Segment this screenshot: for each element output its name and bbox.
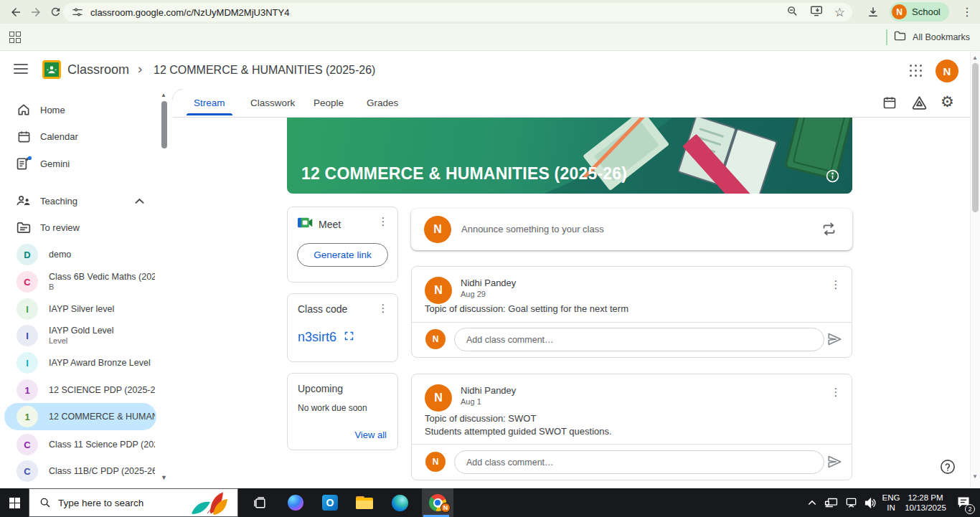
class-code-menu-icon[interactable]: ⋮ xyxy=(376,302,390,315)
meet-menu-icon[interactable]: ⋮ xyxy=(376,215,390,228)
sidebar-class-item[interactable]: 1 12 SCIENCE PDP (2025-26) xyxy=(4,376,156,404)
reload-icon[interactable] xyxy=(46,2,65,22)
breadcrumb-course-title[interactable]: 12 COMMERCE & HUMANITIES (2025-26) xyxy=(154,64,375,77)
upcoming-card: Upcoming No work due soon View all xyxy=(287,373,398,450)
file-explorer-icon[interactable] xyxy=(349,488,380,517)
bookmark-star-icon[interactable]: ☆ xyxy=(834,6,845,19)
settings-gear-icon[interactable]: ⚙ xyxy=(941,94,954,109)
announce-box[interactable]: N Announce something to your class xyxy=(411,209,852,250)
sidebar-class-item[interactable]: C Class 11B/C PDP (2025-26) xyxy=(4,457,156,485)
class-comment-input[interactable] xyxy=(454,328,824,351)
zoom-out-icon[interactable] xyxy=(786,5,798,20)
drive-folder-icon[interactable] xyxy=(911,95,928,113)
start-button[interactable] xyxy=(0,488,29,517)
main-menu-icon[interactable] xyxy=(14,64,28,74)
classroom-app-name[interactable]: Classroom xyxy=(67,62,129,77)
reuse-post-icon[interactable] xyxy=(821,222,837,239)
outlook-icon[interactable]: O xyxy=(314,488,346,517)
help-icon[interactable] xyxy=(940,459,956,475)
notification-center-icon[interactable]: 2 xyxy=(951,488,976,517)
post-menu-icon[interactable]: ⋮ xyxy=(829,278,843,291)
volume-icon[interactable] xyxy=(859,488,881,517)
class-title: Class 11 Science PDP (2025… xyxy=(49,440,155,450)
tab-classwork[interactable]: Classwork xyxy=(250,98,295,108)
back-icon[interactable] xyxy=(6,2,25,22)
send-comment-icon[interactable] xyxy=(826,331,842,350)
language-code: ENG xyxy=(882,493,900,503)
generate-link-button[interactable]: Generate link xyxy=(297,243,388,267)
meet-card: Meet ⋮ Generate link xyxy=(287,207,398,283)
post-divider xyxy=(412,444,852,445)
sidebar-item-gemini[interactable]: Gemini xyxy=(0,152,159,175)
bookmarks-bar: All Bookmarks xyxy=(0,24,980,51)
copilot-icon[interactable] xyxy=(280,488,311,517)
account-avatar[interactable]: N xyxy=(936,60,958,82)
sidebar-section-teaching[interactable]: Teaching xyxy=(0,189,159,212)
post-menu-icon[interactable]: ⋮ xyxy=(829,386,843,399)
class-code-value[interactable]: n3sirt6 xyxy=(298,330,336,345)
sidebar-scroll-down-icon[interactable]: ▼ xyxy=(161,474,167,481)
chrome-icon[interactable] xyxy=(422,488,453,517)
sidebar-item-calendar[interactable]: Calendar xyxy=(0,125,159,148)
tab-stream[interactable]: Stream xyxy=(194,98,225,108)
post-divider xyxy=(412,322,852,323)
site-settings-icon[interactable] xyxy=(72,6,83,18)
profile-chip[interactable]: N School xyxy=(890,2,949,22)
active-tab-underline xyxy=(187,113,232,115)
tab-people[interactable]: People xyxy=(314,98,344,108)
install-icon[interactable] xyxy=(810,5,823,19)
all-bookmarks-button[interactable]: All Bookmarks xyxy=(913,32,970,42)
task-view-icon[interactable] xyxy=(244,488,275,517)
folder-icon xyxy=(894,31,906,44)
page-scrollbar-thumb[interactable] xyxy=(972,63,979,212)
language-indicator[interactable]: ENG IN xyxy=(880,488,903,517)
commenter-avatar: N xyxy=(425,452,446,472)
meet-icon xyxy=(298,217,313,232)
scrollbar-down-icon[interactable]: ▼ xyxy=(972,473,978,480)
banner-info-icon[interactable] xyxy=(826,169,839,186)
class-title: 12 COMMERCE & HUMANIT… xyxy=(49,412,155,422)
url-text: classroom.google.com/c/NzUyMDM2MjU3NTY4 xyxy=(90,7,289,18)
network-display-icon[interactable] xyxy=(821,488,841,517)
send-comment-icon[interactable] xyxy=(826,454,842,473)
sidebar-class-item[interactable]: I IAYP Silver level xyxy=(4,295,156,323)
sidebar-class-item[interactable]: D demo xyxy=(4,241,156,268)
scrollbar-up-icon[interactable]: ▲ xyxy=(972,54,978,61)
sidebar-class-item-selected[interactable]: 1 12 COMMERCE & HUMANIT… xyxy=(4,403,156,430)
class-code-card: Class code ⋮ n3sirt6 xyxy=(287,293,398,362)
sidebar-item-label: To review xyxy=(40,222,80,233)
forward-icon[interactable] xyxy=(26,2,45,22)
url-bar[interactable]: classroom.google.com/c/NzUyMDM2MjU3NTY4 … xyxy=(63,3,852,22)
google-apps-icon[interactable] xyxy=(910,65,923,77)
clock[interactable]: 12:28 PM 10/13/2025 xyxy=(903,488,948,517)
sidebar-class-item[interactable]: C Class 11 Science PDP (2025… xyxy=(4,431,156,458)
sidebar-class-item[interactable]: I IAYP Gold LevelLevel xyxy=(4,322,156,349)
class-title: Class 6B Vedic Maths (2025… xyxy=(49,272,155,283)
download-icon[interactable] xyxy=(863,2,883,22)
class-comment-input[interactable] xyxy=(454,450,824,474)
sidebar-scroll-up-icon[interactable]: ▲ xyxy=(161,92,166,98)
taskbar-search[interactable]: Type here to search xyxy=(29,488,238,517)
class-calendar-icon[interactable] xyxy=(882,95,897,113)
sidebar-item-home[interactable]: Home xyxy=(0,98,159,121)
view-all-link[interactable]: View all xyxy=(354,430,387,440)
post-body-line: Students attempted guided SWOT questions… xyxy=(425,425,612,437)
classroom-logo[interactable] xyxy=(42,60,61,79)
browser-menu-icon[interactable]: ⋮ xyxy=(958,3,976,20)
tray-chevron-icon[interactable] xyxy=(802,488,822,517)
sidebar-class-item[interactable]: I IAYP Award Bronze Level xyxy=(4,349,156,376)
tab-grades[interactable]: Grades xyxy=(367,98,398,108)
sidebar-class-item[interactable]: C Class 6B Vedic Maths (2025…B xyxy=(4,268,156,295)
fullscreen-icon[interactable] xyxy=(344,331,354,344)
apps-shortcut-icon[interactable] xyxy=(9,32,21,43)
banner-course-title: 12 COMMERCE & HUMANITIES (2025-26) xyxy=(301,164,627,184)
gemini-icon xyxy=(16,156,32,171)
sidebar-item-to-review[interactable]: To review xyxy=(0,216,159,239)
chevron-up-icon[interactable] xyxy=(135,194,144,207)
class-avatar: C xyxy=(17,271,38,293)
cast-icon[interactable] xyxy=(841,488,861,517)
sidebar-scrollbar-thumb[interactable] xyxy=(161,101,167,148)
class-title: IAYP Silver level xyxy=(49,304,155,315)
calendar-icon xyxy=(16,128,32,144)
edge-icon[interactable] xyxy=(384,488,415,517)
